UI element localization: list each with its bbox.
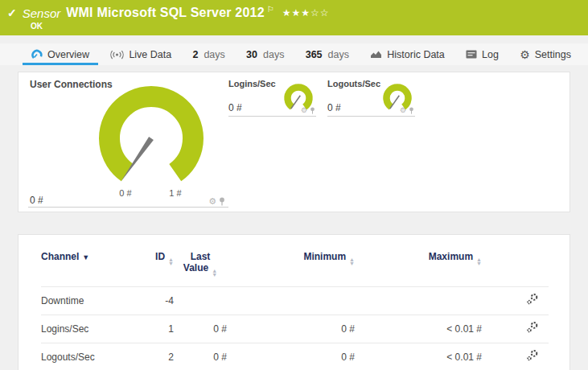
column-header-channel-label: Channel xyxy=(41,251,79,262)
channel-settings-gears-icon[interactable] xyxy=(526,293,539,308)
tab-live-data[interactable]: Live Data xyxy=(106,43,175,65)
gauge-scale-max: 1 # xyxy=(169,188,181,198)
object-kind-label: Sensor xyxy=(23,6,61,20)
tab-2-days[interactable]: 2 days xyxy=(188,43,228,65)
channel-id: -4 xyxy=(142,287,174,315)
column-header-actions xyxy=(482,245,549,287)
tab-2-days-number: 2 xyxy=(192,49,198,60)
gauge-current-value: 0 # xyxy=(228,102,242,113)
channel-last-value xyxy=(174,287,227,315)
tab-365-days-number: 365 xyxy=(306,49,323,60)
column-header-minimum[interactable]: Minimum▲▼ xyxy=(227,245,355,287)
table-row[interactable]: Logins/Sec 1 0 # 0 # < 0.01 # xyxy=(41,315,549,343)
pin-icon[interactable] xyxy=(219,197,225,206)
gauge-widget-user-connections: User Connections 0 # 1 # 0 # ⚙ xyxy=(28,79,228,208)
page-title: WMI Microsoft SQL Server 2012 xyxy=(66,6,264,20)
gauge-current-value: 0 # xyxy=(327,102,341,113)
broadcast-icon xyxy=(110,50,124,60)
channel-settings-gears-icon[interactable] xyxy=(526,321,539,336)
channel-minimum: 0 # xyxy=(227,315,355,343)
gauge-icon xyxy=(31,49,43,60)
status-badge: OK xyxy=(31,22,580,31)
column-header-minimum-label: Minimum xyxy=(303,251,346,262)
channel-last-value: 0 # xyxy=(174,315,227,343)
channel-minimum: 0 # xyxy=(227,343,355,370)
channel-id: 2 xyxy=(142,343,174,370)
table-header-row: Channel▼ ID▲▼ Last Value▲▼ Minimum▲▼ Max… xyxy=(41,245,549,287)
gauge-current-value: 0 # xyxy=(30,195,43,206)
column-header-maximum-label: Maximum xyxy=(429,251,473,262)
channels-table-panel: Channel▼ ID▲▼ Last Value▲▼ Minimum▲▼ Max… xyxy=(18,234,570,370)
gauges-panel: User Connections 0 # 1 # 0 # ⚙ Logins/Se… xyxy=(18,72,570,212)
channel-name[interactable]: Downtime xyxy=(41,287,142,315)
area-chart-icon xyxy=(370,50,382,59)
tab-live-data-label: Live Data xyxy=(129,49,171,60)
tab-30-days-unit: days xyxy=(263,49,284,60)
channel-name[interactable]: Logouts/Sec xyxy=(41,343,142,370)
channel-last-value: 0 # xyxy=(174,343,227,370)
column-header-value-label: Value xyxy=(183,262,208,273)
sensor-status-banner: ✓ Sensor WMI Microsoft SQL Server 2012 ⚐… xyxy=(0,0,588,35)
sort-desc-icon: ▼ xyxy=(82,253,89,261)
gauge-title: Logins/Sec xyxy=(228,79,276,88)
gear-icon: ⚙ xyxy=(520,49,530,60)
gauge-widget-logouts-sec: Logouts/Sec 0 # ⚙ xyxy=(327,79,415,117)
tab-365-days-unit: days xyxy=(328,49,349,60)
priority-stars[interactable]: ★★★☆☆ xyxy=(282,7,330,18)
column-header-id-label: ID xyxy=(155,251,165,262)
table-row[interactable]: Logouts/Sec 2 0 # 0 # < 0.01 # xyxy=(41,343,549,370)
tab-overview[interactable]: Overview xyxy=(27,43,93,65)
table-row[interactable]: Downtime -4 xyxy=(41,287,549,315)
column-header-id[interactable]: ID▲▼ xyxy=(142,245,174,287)
tab-historic-data-label: Historic Data xyxy=(387,49,445,60)
gauge-scale-min: 0 # xyxy=(119,188,131,198)
channel-maximum: < 0.01 # xyxy=(355,343,482,370)
channel-settings-gears-icon[interactable] xyxy=(526,349,539,364)
column-header-last-value[interactable]: Last Value▲▼ xyxy=(174,245,227,287)
user-connections-gauge xyxy=(83,85,220,191)
tab-overview-label: Overview xyxy=(47,49,89,60)
channel-maximum xyxy=(355,287,482,315)
column-header-last-label: Last xyxy=(174,251,227,262)
gauge-widget-logins-sec: Logins/Sec 0 # ⚙ xyxy=(228,79,316,117)
channels-table: Channel▼ ID▲▼ Last Value▲▼ Minimum▲▼ Max… xyxy=(41,245,549,370)
tab-settings[interactable]: ⚙ Settings xyxy=(516,43,575,65)
tab-2-days-unit: days xyxy=(204,49,224,60)
gear-icon[interactable]: ⚙ xyxy=(400,107,406,114)
channel-id: 1 xyxy=(142,315,174,343)
ok-check-icon: ✓ xyxy=(7,6,17,19)
column-header-channel[interactable]: Channel▼ xyxy=(41,245,142,287)
tab-30-days-number: 30 xyxy=(246,49,257,60)
channel-minimum xyxy=(227,287,355,315)
column-header-maximum[interactable]: Maximum▲▼ xyxy=(355,245,482,287)
tab-bar: Overview Live Data 2 days 30 days 365 da… xyxy=(0,43,588,65)
channel-name[interactable]: Logins/Sec xyxy=(41,315,142,343)
log-list-icon xyxy=(466,50,477,59)
sort-icon: ▲▼ xyxy=(476,258,482,265)
pin-icon[interactable] xyxy=(310,107,315,114)
gear-icon[interactable]: ⚙ xyxy=(208,197,216,206)
sort-icon: ▲▼ xyxy=(349,258,355,265)
sort-icon: ▲▼ xyxy=(168,258,174,265)
sort-icon: ▲▼ xyxy=(212,269,217,277)
tab-30-days[interactable]: 30 days xyxy=(242,43,288,65)
tab-log[interactable]: Log xyxy=(462,43,503,65)
flag-icon[interactable]: ⚐ xyxy=(267,5,274,14)
tab-365-days[interactable]: 365 days xyxy=(302,43,353,65)
gear-icon[interactable]: ⚙ xyxy=(301,107,307,114)
tab-historic-data[interactable]: Historic Data xyxy=(366,43,449,65)
channel-maximum: < 0.01 # xyxy=(355,315,482,343)
pin-icon[interactable] xyxy=(409,107,414,114)
gauge-title: Logouts/Sec xyxy=(327,79,380,88)
tab-log-label: Log xyxy=(482,49,499,60)
tab-settings-label: Settings xyxy=(535,49,571,60)
